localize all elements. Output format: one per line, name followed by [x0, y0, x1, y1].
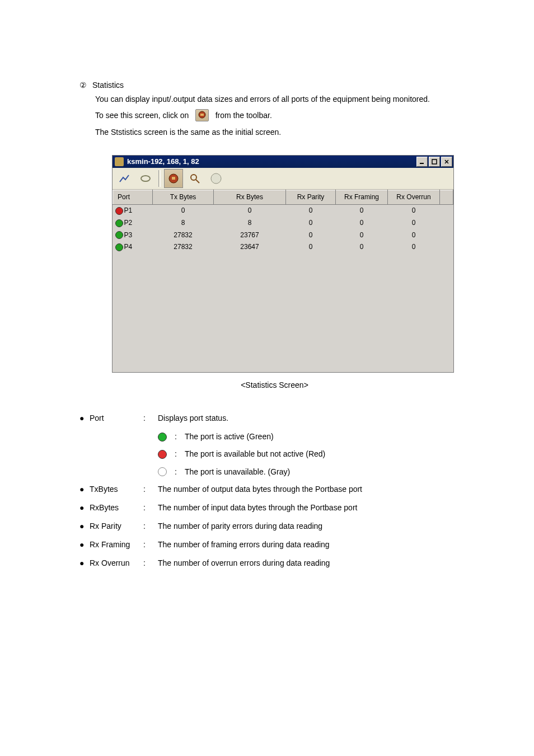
definition-term: Rx Framing — [90, 538, 143, 552]
definition-term: Rx Parity — [90, 519, 143, 533]
section-number: ② — [79, 78, 87, 92]
svg-rect-1 — [200, 114, 204, 116]
cell-framing: 0 — [336, 241, 388, 253]
toolbar-btn-2[interactable] — [136, 169, 155, 188]
cell-tx: 0 — [153, 205, 214, 217]
port-label: P2 — [124, 217, 133, 229]
maximize-button[interactable] — [429, 157, 440, 167]
cell-tx: 8 — [153, 217, 214, 229]
cell-overrun: 0 — [388, 205, 440, 217]
legend-color-icon — [158, 450, 167, 459]
col-rx-overrun[interactable]: Rx Overrun — [388, 190, 440, 205]
toolbar-btn-1[interactable] — [115, 169, 134, 188]
col-rx-bytes[interactable]: Rx Bytes — [214, 190, 286, 205]
bullet-icon: ● — [79, 538, 90, 552]
cell-rx: 8 — [214, 217, 286, 229]
definition-item: ●Port:Displays port status. — [79, 411, 470, 425]
definition-item: ●Rx Overrun:The number of overrun errors… — [79, 556, 470, 570]
cell-rx: 0 — [214, 205, 286, 217]
colon: : — [143, 556, 158, 570]
cell-parity: 0 — [286, 241, 336, 253]
bullet-icon: ● — [79, 411, 90, 425]
close-button[interactable] — [441, 157, 452, 167]
svg-point-11 — [211, 173, 221, 184]
port-status-icon — [115, 207, 123, 215]
colon: : — [175, 465, 177, 479]
table-row[interactable]: P100000 — [113, 205, 453, 217]
intro-line-2: To see this screen, click on from the to… — [95, 109, 470, 123]
legend-item: :The port is unavailable. (Gray) — [79, 465, 470, 479]
svg-point-9 — [191, 175, 196, 180]
statistics-window: ksmin-192, 168, 1, 82 — [112, 155, 454, 373]
definition-item: ●Rx Parity:The number of parity errors d… — [79, 519, 470, 533]
cell-framing: 0 — [336, 205, 388, 217]
colon: : — [143, 501, 158, 515]
svg-rect-2 — [420, 163, 424, 164]
definition-desc: The number of output data bytes through … — [158, 482, 470, 496]
bullet-icon: ● — [79, 501, 90, 515]
colon: : — [175, 447, 177, 461]
bullet-icon: ● — [79, 519, 90, 533]
definition-term: TxBytes — [90, 482, 143, 496]
definition-item: ●Rx Framing:The number of framing errors… — [79, 538, 470, 552]
port-label: P1 — [124, 205, 133, 217]
cell-overrun: 0 — [388, 229, 440, 242]
port-label: P3 — [124, 229, 133, 242]
colon: : — [143, 411, 158, 425]
legend-item: :The port is available but not active (R… — [79, 447, 470, 461]
col-tx-bytes[interactable]: Tx Bytes — [153, 190, 214, 205]
statistics-toolbar-icon — [195, 109, 209, 121]
cell-rx: 23647 — [214, 241, 286, 253]
minimize-button[interactable] — [416, 157, 428, 167]
definition-desc: The number of input data bytes through t… — [158, 501, 470, 515]
legend-text: The port is available but not active (Re… — [185, 447, 325, 461]
definition-item: ●TxBytes:The number of output data bytes… — [79, 482, 470, 496]
table-row[interactable]: P288000 — [113, 217, 453, 229]
svg-point-6 — [141, 176, 150, 181]
definition-desc: The number of overrun errors during data… — [158, 556, 470, 570]
port-label: P4 — [124, 241, 133, 253]
table-row[interactable]: P32783223767000 — [113, 229, 453, 242]
window-app-icon — [115, 157, 124, 166]
toolbar-statistics-button[interactable] — [164, 169, 183, 188]
cell-overrun: 0 — [388, 217, 440, 229]
cell-parity: 0 — [286, 229, 336, 242]
cell-overrun: 0 — [388, 241, 440, 253]
legend-item: :The port is active (Green) — [79, 430, 470, 444]
svg-rect-3 — [432, 159, 437, 164]
port-status-icon — [115, 231, 123, 239]
col-rx-parity[interactable]: Rx Parity — [286, 190, 336, 205]
col-spacer — [440, 190, 453, 205]
cell-parity: 0 — [286, 205, 336, 217]
window-title: ksmin-192, 168, 1, 82 — [127, 155, 199, 168]
port-status-icon — [115, 243, 123, 251]
colon: : — [143, 538, 158, 552]
svg-rect-8 — [172, 177, 175, 180]
cell-tx: 27832 — [153, 241, 214, 253]
intro-line-3: The Ststistics screen is the same as the… — [95, 125, 470, 139]
intro-line-1: You can display input/.output data sizes… — [95, 92, 470, 106]
definition-desc: Displays port status. — [158, 411, 470, 425]
svg-line-10 — [196, 180, 199, 183]
definition-term: RxBytes — [90, 501, 143, 515]
toolbar-btn-4[interactable] — [185, 169, 204, 188]
table-row[interactable]: P42783223647000 — [113, 241, 453, 253]
statistics-table: Port Tx Bytes Rx Bytes Rx Parity Rx Fram… — [113, 190, 453, 253]
window-titlebar: ksmin-192, 168, 1, 82 — [113, 156, 453, 168]
section-title: Statistics — [92, 78, 124, 92]
cell-parity: 0 — [286, 217, 336, 229]
definition-term: Rx Overrun — [90, 556, 143, 570]
port-status-icon — [115, 219, 123, 227]
toolbar-btn-5[interactable] — [207, 169, 226, 188]
legend-text: The port is active (Green) — [185, 430, 274, 444]
toolbar-separator — [158, 170, 161, 187]
definition-desc: The number of parity errors during data … — [158, 519, 470, 533]
colon: : — [175, 430, 177, 444]
cell-tx: 27832 — [153, 229, 214, 242]
screenshot-caption: <Statistics Screen> — [79, 378, 470, 392]
legend-text: The port is unavailable. (Gray) — [185, 465, 290, 479]
col-rx-framing[interactable]: Rx Framing — [336, 190, 388, 205]
colon: : — [143, 519, 158, 533]
col-port[interactable]: Port — [113, 190, 153, 205]
definition-item: ●RxBytes:The number of input data bytes … — [79, 501, 470, 515]
